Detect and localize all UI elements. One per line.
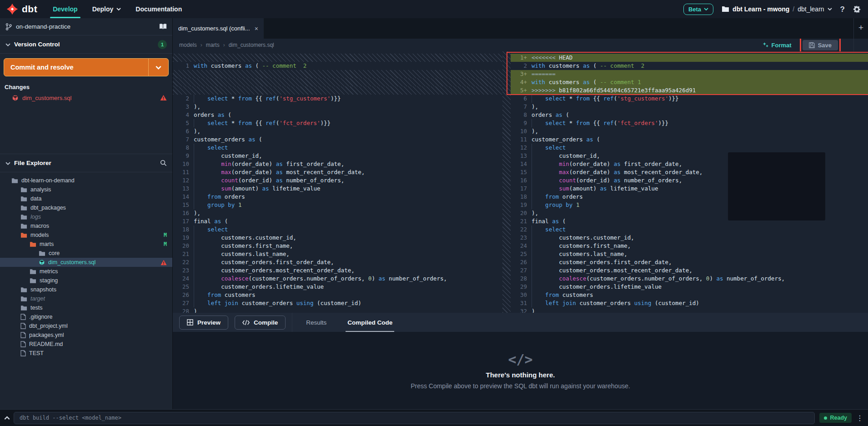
tree-item-metrics[interactable]: metrics bbox=[0, 267, 172, 276]
tree-item-data[interactable]: data bbox=[0, 194, 172, 203]
diff-sash[interactable] bbox=[502, 51, 511, 313]
docs-book-icon[interactable] bbox=[159, 23, 167, 30]
code-line[interactable]: 3), bbox=[173, 103, 502, 111]
tree-item-logs[interactable]: logs bbox=[0, 212, 172, 221]
account-selector[interactable]: dbt Learn - mwong / dbt_learn bbox=[722, 5, 832, 13]
commit-options-caret[interactable] bbox=[148, 59, 168, 76]
code-line[interactable]: 8orders as ( bbox=[511, 111, 868, 119]
code-line[interactable]: 1with customers as ( -- comment 2 bbox=[173, 62, 502, 70]
code-line[interactable]: 22 customer_orders.first_order_date, bbox=[173, 258, 502, 266]
beta-dropdown[interactable]: Beta bbox=[683, 4, 713, 15]
code-line[interactable]: 6 select * from {{ ref('stg_customers')}… bbox=[511, 95, 868, 103]
nav-documentation[interactable]: Documentation bbox=[128, 0, 189, 18]
code-line[interactable]: 1+<<<<<<< HEAD bbox=[511, 54, 868, 62]
diff-pane-current[interactable]: 1with customers as ( -- comment 22 selec… bbox=[173, 51, 502, 313]
code-line[interactable]: 9 select * from {{ ref('fct_orders')}} bbox=[511, 119, 868, 127]
tree-item-dim-customers-sql[interactable]: dim_customers.sql bbox=[0, 258, 172, 267]
tab-compiled-code[interactable]: Compiled Code bbox=[340, 313, 400, 332]
code-line[interactable]: 25 customers.last_name, bbox=[511, 250, 868, 258]
code-line[interactable]: 32) bbox=[511, 307, 868, 313]
chevron-up-icon[interactable] bbox=[0, 416, 14, 420]
close-icon[interactable]: × bbox=[255, 25, 258, 32]
tree-item-test[interactable]: TEST bbox=[0, 349, 172, 358]
file-explorer-header[interactable]: File Explorer bbox=[0, 154, 172, 172]
code-line[interactable]: 7), bbox=[511, 103, 868, 111]
code-line[interactable]: 5+>>>>>>> b81f802a66fd544504c65721e3ffaa… bbox=[511, 86, 868, 95]
code-line[interactable]: 12 count(order_id) as number_of_orders, bbox=[173, 176, 502, 185]
code-line[interactable]: 2with customers as ( -- comment 2 bbox=[511, 62, 868, 70]
commit-and-resolve-button[interactable]: Commit and resolve bbox=[4, 58, 169, 76]
code-line[interactable]: 5 select * from {{ ref('fct_orders')}} bbox=[173, 119, 502, 127]
code-line[interactable]: 24 customers.first_name, bbox=[511, 242, 868, 250]
code-line[interactable]: 27 customer_orders.most_recent_order_dat… bbox=[511, 266, 868, 275]
format-button[interactable]: Format bbox=[763, 42, 792, 49]
code-line[interactable]: 9 customer_id, bbox=[173, 152, 502, 160]
tree-item-tests[interactable]: tests bbox=[0, 303, 172, 312]
tree-item-macros[interactable]: macros bbox=[0, 221, 172, 231]
help-icon[interactable]: ? bbox=[840, 5, 845, 13]
tab-dim-customers[interactable]: dim_customers.sql (confli... × bbox=[173, 18, 264, 39]
code-line[interactable]: 2 select * from {{ ref('stg_customers')}… bbox=[173, 95, 502, 103]
code-line[interactable]: 14 from orders bbox=[173, 193, 502, 201]
code-line[interactable]: 11customer_orders as ( bbox=[511, 135, 868, 144]
breadcrumb-file[interactable]: dim_customers.sql bbox=[229, 42, 274, 48]
nav-deploy[interactable]: Deploy bbox=[85, 0, 129, 18]
save-button[interactable]: Save bbox=[803, 40, 838, 50]
code-line[interactable]: 19 customers.customer_id, bbox=[173, 234, 502, 242]
command-input[interactable]: dbt build --select <model_name> bbox=[14, 412, 815, 424]
tree-item--gitignore[interactable]: .gitignore bbox=[0, 312, 172, 321]
tab-results[interactable]: Results bbox=[299, 313, 334, 332]
version-control-header[interactable]: Version Control 1 bbox=[0, 35, 172, 54]
breadcrumb-marts[interactable]: marts bbox=[206, 42, 220, 48]
search-icon[interactable] bbox=[160, 160, 167, 166]
git-branch-row[interactable]: on-demand-practice bbox=[0, 18, 172, 35]
code-line[interactable]: 10), bbox=[511, 127, 868, 135]
code-line[interactable]: 15 group by 1 bbox=[173, 201, 502, 209]
tree-item-core[interactable]: core bbox=[0, 249, 172, 258]
nav-develop[interactable]: Develop bbox=[45, 0, 85, 18]
code-line[interactable]: 31 left join customer_orders using (cust… bbox=[511, 299, 868, 307]
code-line[interactable]: 3+======= bbox=[511, 70, 868, 78]
code-line[interactable]: 21 customers.last_name, bbox=[173, 250, 502, 258]
gear-icon[interactable] bbox=[853, 5, 861, 13]
code-line[interactable]: 28) bbox=[173, 307, 502, 313]
tree-item-snapshots[interactable]: snapshots bbox=[0, 285, 172, 294]
tree-item-dbt-learn-on-demand[interactable]: dbt-learn-on-demand bbox=[0, 176, 172, 185]
code-line[interactable]: 28 coalesce(customer_orders.number_of_or… bbox=[511, 275, 868, 283]
tree-item-marts[interactable]: martsM bbox=[0, 240, 172, 249]
tree-item-packages-yml[interactable]: packages.yml bbox=[0, 331, 172, 340]
tree-item-models[interactable]: modelsM bbox=[0, 231, 172, 240]
code-line[interactable]: 22 select bbox=[511, 226, 868, 234]
code-line[interactable]: 4orders as ( bbox=[173, 111, 502, 119]
code-line[interactable]: 7customer_orders as ( bbox=[173, 135, 502, 144]
diff-editor[interactable]: 1with customers as ( -- comment 22 selec… bbox=[173, 51, 868, 313]
compile-button[interactable]: Compile bbox=[235, 316, 286, 330]
breadcrumb-models[interactable]: models bbox=[179, 42, 197, 48]
tree-item-dbt-project-yml[interactable]: dbt_project.yml bbox=[0, 321, 172, 331]
dbt-logo[interactable]: dbt bbox=[0, 3, 45, 15]
code-line[interactable]: 17final as ( bbox=[173, 217, 502, 226]
tree-item-dbt-packages[interactable]: dbt_packages bbox=[0, 203, 172, 212]
code-line[interactable]: 6), bbox=[173, 127, 502, 135]
code-line[interactable]: 30 from customers bbox=[511, 291, 868, 299]
code-line[interactable]: 10 min(order_date) as first_order_date, bbox=[173, 160, 502, 168]
code-line[interactable]: 13 sum(amount) as lifetime_value bbox=[173, 185, 502, 193]
tree-item-analysis[interactable]: analysis bbox=[0, 185, 172, 194]
code-line[interactable]: 11 max(order_date) as most_recent_order_… bbox=[173, 168, 502, 176]
changed-file-dim-customers[interactable]: dim_customers.sql bbox=[0, 92, 172, 103]
code-line[interactable]: 12 select bbox=[511, 144, 868, 152]
code-line[interactable]: 27 left join customer_orders using (cust… bbox=[173, 299, 502, 307]
kebab-menu-icon[interactable]: ⋮ bbox=[856, 414, 868, 422]
code-line[interactable]: 23 customers.customer_id, bbox=[511, 234, 868, 242]
code-line[interactable]: 23 customer_orders.most_recent_order_dat… bbox=[173, 266, 502, 275]
tree-item-target[interactable]: target bbox=[0, 294, 172, 303]
tree-item-readme-md[interactable]: README.md bbox=[0, 340, 172, 349]
tree-item-staging[interactable]: staging bbox=[0, 276, 172, 285]
preview-button[interactable]: Preview bbox=[179, 316, 228, 330]
code-line[interactable]: 4+with customers as ( -- comment 1 bbox=[511, 78, 868, 86]
code-line[interactable]: 24 coalesce(customer_orders.number_of_or… bbox=[173, 275, 502, 283]
code-line[interactable]: 8 select bbox=[173, 144, 502, 152]
code-line[interactable]: 29 customer_orders.lifetime_value bbox=[511, 283, 868, 291]
code-line[interactable]: 25 customer_orders.lifetime_value bbox=[173, 283, 502, 291]
code-line[interactable]: 16), bbox=[173, 209, 502, 217]
